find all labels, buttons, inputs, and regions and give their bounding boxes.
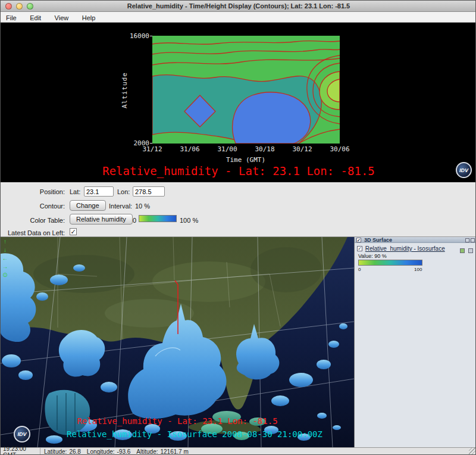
view-toolbar: ↑ ↓ ← → ⊙ <box>1 238 9 278</box>
status-longitude-value: -93.6 <box>117 448 131 455</box>
status-latitude-value: 26.8 <box>69 448 80 455</box>
pan-up-icon[interactable]: ↑ <box>1 238 9 245</box>
legend-header[interactable]: ✓ 3D Surface <box>355 237 476 243</box>
x-tick: 30/06 <box>328 145 352 153</box>
status-longitude-label: Longitude: <box>87 448 115 455</box>
contour-label: Contour: <box>1 202 65 210</box>
chart-title: Relative_humidity - Lat: 23.1 Lon: -81.5 <box>1 164 476 177</box>
legend-item-checkbox[interactable]: ✓ <box>357 246 362 251</box>
y-tickmark-top <box>150 36 152 36</box>
resize-grip[interactable] <box>469 448 476 455</box>
contour-change-button[interactable]: Change <box>70 200 106 211</box>
map-3d-view[interactable]: ↑ ↓ ← → ⊙ Relative_humidity - Lat: 23.1 … <box>1 237 354 447</box>
legend-float-icon[interactable] <box>465 238 469 242</box>
x-tick: 31/00 <box>215 145 239 153</box>
legend-item-row: ✓ Relative_humidity - Isosurface <box>357 245 445 253</box>
legend-item-label[interactable]: Relative_humidity - Isosurface <box>365 245 445 252</box>
x-tick: 31/06 <box>178 145 202 153</box>
status-position: Latitude: 26.8 Longitude: -93.6 Altitude… <box>40 448 189 455</box>
contour-plot[interactable] <box>152 36 340 144</box>
legend-scale-max: 100 <box>414 267 422 272</box>
y-tick-max: 16000 <box>122 32 149 40</box>
legend-panel: ✓ 3D Surface ✓ Relative_humidity - Isosu… <box>354 237 476 447</box>
position-label: Position: <box>1 188 65 195</box>
y-axis-title: Altitude <box>121 61 129 120</box>
color-scale-bar <box>139 215 177 222</box>
menu-file[interactable]: File <box>1 13 22 21</box>
color-table-button[interactable]: Relative humidity <box>70 214 133 225</box>
menu-help[interactable]: Help <box>77 13 101 21</box>
legend-item-icons <box>459 245 473 255</box>
latest-data-checkbox[interactable]: ✓ <box>70 228 77 235</box>
time-height-display: 16000 2000 Altitude 31/12 31/06 31/00 30… <box>1 23 476 182</box>
status-altitude-label: Altitude: <box>136 448 158 455</box>
legend-properties-icon[interactable] <box>460 248 465 253</box>
color-scale-max: 100 % <box>180 217 198 224</box>
y-tickmark-bottom <box>150 143 152 144</box>
control-panel: Position: Lat: Lon: Contour: Change Inte… <box>1 182 476 237</box>
status-bar: 19:23:00 GMT Latitude: 26.8 Longitude: -… <box>1 447 476 455</box>
legend-header-checkbox[interactable]: ✓ <box>356 238 361 242</box>
legend-remove-icon[interactable] <box>468 248 473 253</box>
idv-logo-text: IDV <box>17 431 26 437</box>
map-caption-position: Relative_humidity - Lat: 23.1 Lon: -81.5 <box>1 416 354 426</box>
legend-header-title: 3D Surface <box>364 237 392 243</box>
x-axis-title: Time (GMT) <box>198 156 293 164</box>
menu-view[interactable]: View <box>49 13 74 21</box>
idv-logo-text: IDV <box>459 167 468 173</box>
idv-logo: IDV <box>14 426 30 442</box>
pan-left-icon[interactable]: ← <box>1 255 9 261</box>
lat-label: Lat: <box>70 188 80 195</box>
color-table-label: Color Table: <box>1 217 65 224</box>
status-altitude-value: 12161.7 m <box>161 448 189 455</box>
interval-value: 10 % <box>135 202 150 210</box>
lower-split: ↑ ↓ ← → ⊙ Relative_humidity - Lat: 23.1 … <box>1 237 476 447</box>
reset-view-icon[interactable]: ⊙ <box>1 272 9 278</box>
status-latitude-label: Latitude: <box>44 448 67 455</box>
lon-label: Lon: <box>117 188 130 195</box>
pan-down-icon[interactable]: ↓ <box>1 247 9 253</box>
window-title: Relative_humidity - Time/Height Display … <box>1 2 476 10</box>
menu-edit[interactable]: Edit <box>24 13 46 21</box>
lat-input[interactable] <box>84 186 114 197</box>
titlebar[interactable]: Relative_humidity - Time/Height Display … <box>1 1 476 12</box>
legend-scale-min: 0 <box>358 267 361 272</box>
latest-data-label: Latest Data on Left: <box>1 229 65 236</box>
contour-field <box>152 36 340 144</box>
map-caption-isosurface: Relative_humidity - Isosurface 2008-08-3… <box>35 429 354 439</box>
lon-input[interactable] <box>133 186 165 197</box>
idv-logo: IDV <box>456 162 472 178</box>
color-scale-min: 0 <box>133 217 136 224</box>
legend-value-text: Value: 90 % <box>358 253 387 259</box>
x-tick: 30/18 <box>253 145 277 153</box>
legend-color-bar[interactable] <box>358 260 422 266</box>
interval-label: Interval: <box>109 202 132 210</box>
x-tick: 30/12 <box>290 145 314 153</box>
pan-right-icon[interactable]: → <box>1 263 9 270</box>
app-window: Relative_humidity - Time/Height Display … <box>0 0 476 455</box>
menubar: File Edit View Help <box>1 12 476 23</box>
legend-close-icon[interactable] <box>471 238 475 242</box>
status-time: 19:23:00 GMT <box>1 448 40 455</box>
x-tick: 31/12 <box>140 145 164 153</box>
